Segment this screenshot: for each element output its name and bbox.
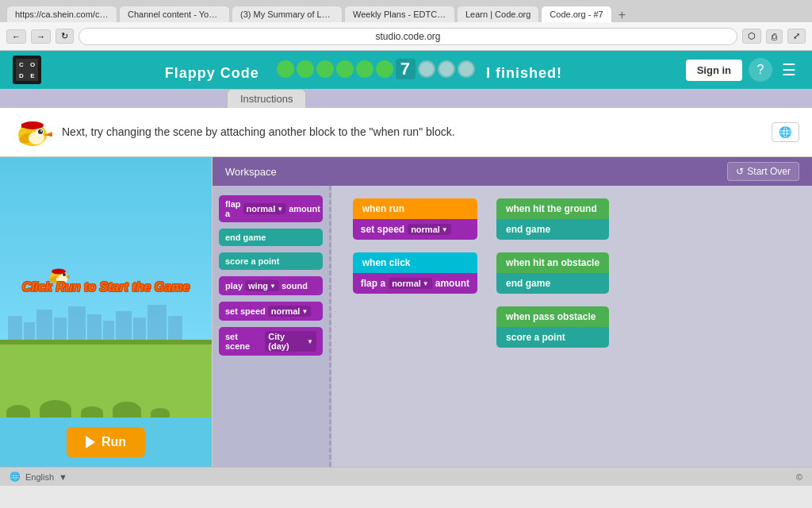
block-flap-a-workspace[interactable]: flap a normal▼ amount [353,273,477,294]
tab-learn[interactable]: Learn | Code.org [457,6,539,22]
workspace-panel: Workspace ↺ Start Over flap a normal▼ am… [213,157,812,467]
translate-button[interactable]: 🌐 [772,122,799,142]
block-when-run[interactable]: when run [353,198,477,219]
logo-d: D [16,70,27,81]
start-over-button[interactable]: ↺ Start Over [727,162,799,181]
dropdown-city-day[interactable]: City (day)▼ [265,331,316,352]
block-flap-a[interactable]: flap a normal▼ amount [219,195,323,222]
block-set-speed-workspace[interactable]: set speed normal▼ [353,219,477,240]
logo-c: C [16,59,27,70]
bush-4 [113,402,141,418]
dot-4 [336,60,354,78]
finished-text: I finished! [486,65,562,81]
address-bar[interactable]: studio.code.org [79,28,737,45]
progress-dots: 7 [277,59,475,79]
dot-9 [438,60,455,78]
svg-rect-7 [21,124,24,128]
block-set-speed-panel[interactable]: set speed normal▼ [219,302,323,321]
block-end-game-panel[interactable]: end game [219,229,323,246]
bush-3 [81,406,103,418]
block-score-panel[interactable]: score a point [219,252,323,270]
building-9 [133,318,146,340]
back-button[interactable]: ← [6,29,26,44]
city-background [0,300,212,340]
game-screen: Click Run to Start the Game [0,157,212,418]
header-buttons: Sign in ? ☰ [686,58,799,82]
divider: · · · [331,186,340,467]
status-bar: 🌐 English ▼ © [0,467,812,486]
dropdown-normal[interactable]: normal▼ [243,203,287,214]
block-group-when-click: when click flap a normal▼ amount [353,252,477,294]
tab-youtube[interactable]: Channel content - YouTube Studio [119,6,230,22]
forward-button[interactable]: → [31,29,51,44]
level-number: 7 [396,59,416,79]
dot-2 [297,60,314,78]
run-label: Run [102,435,126,449]
tab-shein[interactable]: https://ca.shein.com/cart [6,6,117,22]
block-group-when-run: when run set speed normal▼ [353,198,477,240]
building-3 [36,310,52,340]
new-tab-button[interactable]: + [614,8,630,22]
maximize-button[interactable]: ⤢ [787,29,806,44]
app-title: Flappy Code 7 I finished! [54,59,673,82]
dot-3 [316,60,334,78]
building-5 [68,306,86,340]
language-label: English [25,472,54,482]
block-when-hit-ground[interactable]: when hit the ground [496,198,609,219]
bush-5 [151,408,170,418]
dropdown-flap-normal[interactable]: normal▼ [389,278,432,289]
block-when-click[interactable]: when click [353,252,477,273]
instructions-content: Next, try changing the scene by attachin… [0,108,812,157]
language-selector[interactable]: 🌐 English ▼ [10,471,67,482]
translate-icon: 🌐 [779,126,792,138]
svg-point-5 [40,130,42,132]
svg-point-4 [38,129,43,134]
copyright-symbol: © [796,472,802,482]
click-run-label: Click Run to Start the Game [22,280,190,294]
dot-5 [356,60,373,78]
start-over-label: Start Over [747,166,791,177]
tab-code-active[interactable]: Code.org - #7 [541,6,611,22]
menu-button[interactable]: ☰ [779,60,799,79]
refresh-button[interactable]: ↻ [56,29,74,44]
block-when-pass-obstacle[interactable]: when pass obstacle [496,306,609,327]
dropdown-normal-speed[interactable]: normal▼ [268,306,312,317]
block-group-pass-obstacle: when pass obstacle score a point [496,306,609,348]
sign-in-button[interactable]: Sign in [686,60,742,81]
tab-weekly[interactable]: Weekly Plans - EDTC300 - Spring 202... [344,6,455,22]
block-end-game-ground[interactable]: end game [496,219,609,240]
block-end-game-obstacle[interactable]: end game [496,273,609,294]
column-1: when run set speed normal▼ when click fl… [353,198,477,454]
share-button[interactable]: ⎙ [766,29,783,44]
building-7 [103,321,114,340]
help-button[interactable]: ? [749,58,772,82]
logo-o: O [27,59,38,70]
building-2 [24,322,35,340]
language-dropdown-icon: ▼ [59,472,67,482]
run-button[interactable]: Run [67,427,145,457]
block-when-hit-obstacle[interactable]: when hit an obstacle [496,252,609,273]
code-logo: C O D E [13,56,41,84]
tab-summary[interactable]: (3) My Summary of Learning - Univers... [232,6,343,22]
dropdown-speed-normal[interactable]: normal▼ [408,224,451,235]
blocks-panel: flap a normal▼ amount end game score a p… [213,186,331,467]
dot-1 [277,60,294,78]
dot-8 [418,60,435,78]
extensions-button[interactable]: ⬡ [742,29,761,44]
block-score-a-point-workspace[interactable]: score a point [496,327,609,348]
bush-1 [6,405,30,418]
block-play-sound[interactable]: play wing▼ sound [219,276,323,295]
building-8 [116,311,132,340]
coding-area: when run set speed normal▼ when click fl… [340,186,812,467]
building-6 [87,314,102,340]
dropdown-wing[interactable]: wing▼ [245,280,279,291]
browser-chrome: https://ca.shein.com/cart Channel conten… [0,0,812,51]
building-1 [8,316,22,340]
building-4 [54,318,67,340]
instructions-tab[interactable]: Instructions [227,89,306,108]
bushes [0,344,212,418]
game-panel: Click Run to Start the Game Run [0,157,213,467]
main-content: Click Run to Start the Game Run Workspac… [0,157,812,467]
block-set-scene[interactable]: set scene City (day)▼ [219,327,323,356]
dot-6 [376,60,393,78]
